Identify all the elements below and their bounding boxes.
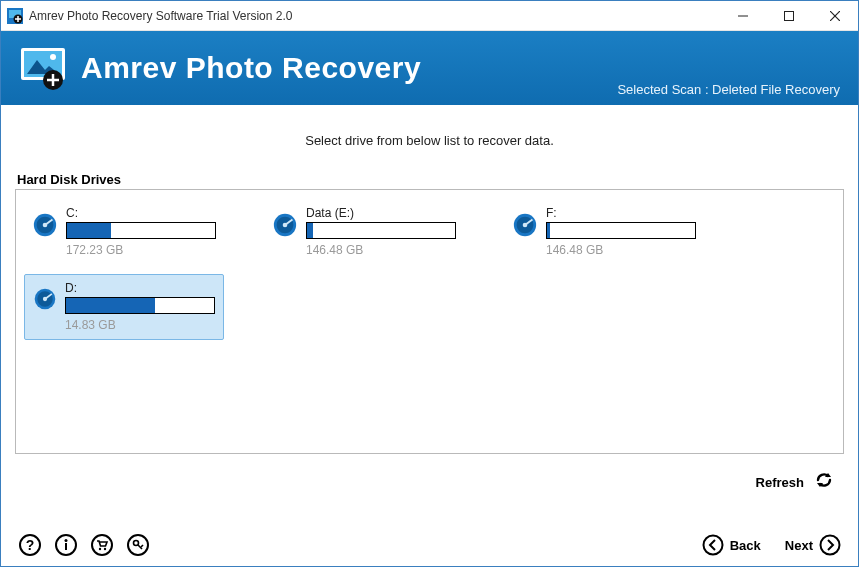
drive-size: 146.48 GB xyxy=(546,243,696,257)
instruction-text: Select drive from below list to recover … xyxy=(1,105,858,172)
selected-scan-label: Selected Scan : Deleted File Recovery xyxy=(617,82,840,97)
drive-info: Data (E:) 146.48 GB xyxy=(306,206,456,257)
chevron-left-icon xyxy=(702,534,724,556)
svg-point-37 xyxy=(134,541,139,546)
panel-title: Hard Disk Drives xyxy=(15,172,844,187)
drive-item[interactable]: F: 146.48 GB xyxy=(504,200,704,266)
drive-label: D: xyxy=(65,281,215,295)
disk-icon xyxy=(33,287,57,315)
drive-info: D: 14.83 GB xyxy=(65,281,215,332)
app-logo-icon xyxy=(19,44,67,92)
svg-point-10 xyxy=(50,54,56,60)
drive-usage-bar xyxy=(65,297,215,314)
maximize-button[interactable] xyxy=(766,1,812,31)
drive-usage-bar xyxy=(306,222,456,239)
refresh-row: Refresh xyxy=(1,454,858,494)
svg-line-39 xyxy=(141,545,143,547)
svg-point-40 xyxy=(703,536,722,555)
refresh-icon[interactable] xyxy=(814,470,834,494)
svg-text:?: ? xyxy=(26,537,35,553)
svg-point-33 xyxy=(92,535,112,555)
drive-item[interactable]: C: 172.23 GB xyxy=(24,200,224,266)
app-header: Amrev Photo Recovery Selected Scan : Del… xyxy=(1,31,858,105)
drive-item[interactable]: D: 14.83 GB xyxy=(24,274,224,340)
svg-rect-32 xyxy=(65,543,67,550)
drive-size: 14.83 GB xyxy=(65,318,215,332)
next-button[interactable]: Next xyxy=(785,534,841,556)
drives-panel: Hard Disk Drives C: 172.23 GB xyxy=(15,172,844,454)
info-icon[interactable] xyxy=(54,533,78,557)
app-title: Amrev Photo Recovery xyxy=(81,51,421,85)
drive-label: C: xyxy=(66,206,216,220)
drive-label: Data (E:) xyxy=(306,206,456,220)
disk-icon xyxy=(272,212,298,240)
minimize-button[interactable] xyxy=(720,1,766,31)
window-title: Amrev Photo Recovery Software Trial Vers… xyxy=(29,9,720,23)
svg-point-41 xyxy=(821,536,840,555)
app-icon xyxy=(7,8,23,24)
next-label: Next xyxy=(785,538,813,553)
drive-size: 172.23 GB xyxy=(66,243,216,257)
drive-usage-bar xyxy=(546,222,696,239)
drive-label: F: xyxy=(546,206,696,220)
svg-point-34 xyxy=(99,548,101,550)
titlebar: Amrev Photo Recovery Software Trial Vers… xyxy=(1,1,858,31)
footer: ? Back Next xyxy=(0,523,859,567)
disk-icon xyxy=(32,212,58,240)
back-label: Back xyxy=(730,538,761,553)
drive-info: C: 172.23 GB xyxy=(66,206,216,257)
help-icon[interactable]: ? xyxy=(18,533,42,557)
svg-point-31 xyxy=(65,539,68,542)
nav-buttons: Back Next xyxy=(702,534,841,556)
key-icon[interactable] xyxy=(126,533,150,557)
drive-item[interactable]: Data (E:) 146.48 GB xyxy=(264,200,464,266)
svg-point-35 xyxy=(104,548,106,550)
chevron-right-icon xyxy=(819,534,841,556)
drive-list: C: 172.23 GB Data (E:) 146.48 GB xyxy=(15,189,844,454)
disk-icon xyxy=(512,212,538,240)
cart-icon[interactable] xyxy=(90,533,114,557)
refresh-button[interactable]: Refresh xyxy=(756,475,804,490)
close-button[interactable] xyxy=(812,1,858,31)
drive-size: 146.48 GB xyxy=(306,243,456,257)
drive-info: F: 146.48 GB xyxy=(546,206,696,257)
svg-rect-4 xyxy=(785,11,794,20)
back-button[interactable]: Back xyxy=(702,534,761,556)
drive-usage-bar xyxy=(66,222,216,239)
